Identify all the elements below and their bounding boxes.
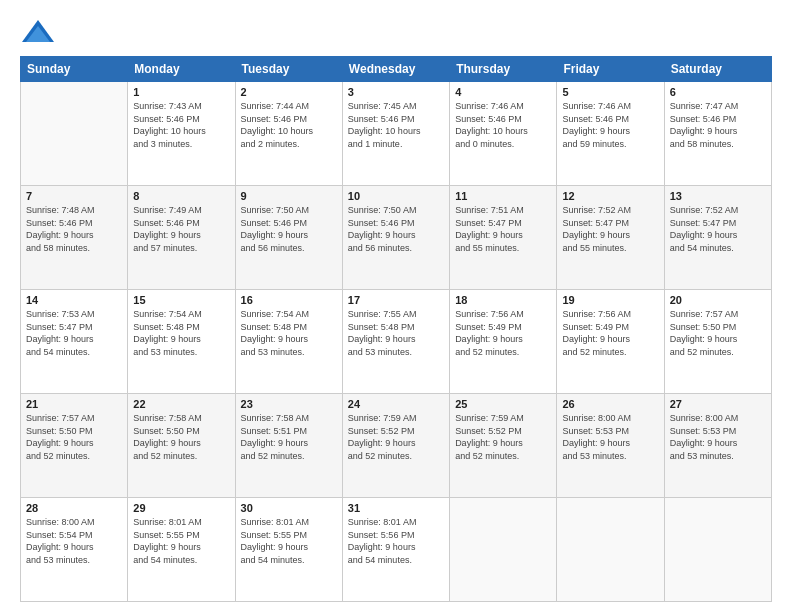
day-info: Sunrise: 7:54 AM Sunset: 5:48 PM Dayligh… <box>241 308 337 358</box>
day-number: 31 <box>348 502 444 514</box>
day-number: 26 <box>562 398 658 410</box>
calendar-cell: 17Sunrise: 7:55 AM Sunset: 5:48 PM Dayli… <box>342 290 449 394</box>
calendar-week-row: 28Sunrise: 8:00 AM Sunset: 5:54 PM Dayli… <box>21 498 772 602</box>
day-info: Sunrise: 7:44 AM Sunset: 5:46 PM Dayligh… <box>241 100 337 150</box>
day-info: Sunrise: 7:54 AM Sunset: 5:48 PM Dayligh… <box>133 308 229 358</box>
day-number: 18 <box>455 294 551 306</box>
day-number: 4 <box>455 86 551 98</box>
day-info: Sunrise: 7:59 AM Sunset: 5:52 PM Dayligh… <box>455 412 551 462</box>
calendar-cell: 8Sunrise: 7:49 AM Sunset: 5:46 PM Daylig… <box>128 186 235 290</box>
calendar-cell <box>450 498 557 602</box>
calendar-cell: 6Sunrise: 7:47 AM Sunset: 5:46 PM Daylig… <box>664 82 771 186</box>
calendar-cell: 23Sunrise: 7:58 AM Sunset: 5:51 PM Dayli… <box>235 394 342 498</box>
calendar-cell: 7Sunrise: 7:48 AM Sunset: 5:46 PM Daylig… <box>21 186 128 290</box>
day-info: Sunrise: 7:46 AM Sunset: 5:46 PM Dayligh… <box>562 100 658 150</box>
day-info: Sunrise: 8:00 AM Sunset: 5:54 PM Dayligh… <box>26 516 122 566</box>
day-number: 9 <box>241 190 337 202</box>
day-info: Sunrise: 7:56 AM Sunset: 5:49 PM Dayligh… <box>562 308 658 358</box>
col-header-tuesday: Tuesday <box>235 57 342 82</box>
day-info: Sunrise: 7:57 AM Sunset: 5:50 PM Dayligh… <box>670 308 766 358</box>
day-info: Sunrise: 7:46 AM Sunset: 5:46 PM Dayligh… <box>455 100 551 150</box>
calendar-week-row: 7Sunrise: 7:48 AM Sunset: 5:46 PM Daylig… <box>21 186 772 290</box>
day-info: Sunrise: 7:51 AM Sunset: 5:47 PM Dayligh… <box>455 204 551 254</box>
day-info: Sunrise: 7:47 AM Sunset: 5:46 PM Dayligh… <box>670 100 766 150</box>
day-number: 28 <box>26 502 122 514</box>
day-number: 8 <box>133 190 229 202</box>
calendar-cell: 2Sunrise: 7:44 AM Sunset: 5:46 PM Daylig… <box>235 82 342 186</box>
day-number: 21 <box>26 398 122 410</box>
calendar-cell: 19Sunrise: 7:56 AM Sunset: 5:49 PM Dayli… <box>557 290 664 394</box>
day-info: Sunrise: 7:50 AM Sunset: 5:46 PM Dayligh… <box>241 204 337 254</box>
calendar-week-row: 21Sunrise: 7:57 AM Sunset: 5:50 PM Dayli… <box>21 394 772 498</box>
day-number: 12 <box>562 190 658 202</box>
day-number: 19 <box>562 294 658 306</box>
day-info: Sunrise: 8:01 AM Sunset: 5:55 PM Dayligh… <box>241 516 337 566</box>
day-info: Sunrise: 7:53 AM Sunset: 5:47 PM Dayligh… <box>26 308 122 358</box>
calendar-cell: 28Sunrise: 8:00 AM Sunset: 5:54 PM Dayli… <box>21 498 128 602</box>
day-number: 2 <box>241 86 337 98</box>
day-info: Sunrise: 7:55 AM Sunset: 5:48 PM Dayligh… <box>348 308 444 358</box>
calendar-cell: 22Sunrise: 7:58 AM Sunset: 5:50 PM Dayli… <box>128 394 235 498</box>
day-info: Sunrise: 8:01 AM Sunset: 5:55 PM Dayligh… <box>133 516 229 566</box>
calendar-cell: 27Sunrise: 8:00 AM Sunset: 5:53 PM Dayli… <box>664 394 771 498</box>
calendar-cell: 13Sunrise: 7:52 AM Sunset: 5:47 PM Dayli… <box>664 186 771 290</box>
day-info: Sunrise: 8:00 AM Sunset: 5:53 PM Dayligh… <box>562 412 658 462</box>
day-info: Sunrise: 7:48 AM Sunset: 5:46 PM Dayligh… <box>26 204 122 254</box>
calendar-cell: 20Sunrise: 7:57 AM Sunset: 5:50 PM Dayli… <box>664 290 771 394</box>
calendar-header-row: SundayMondayTuesdayWednesdayThursdayFrid… <box>21 57 772 82</box>
day-number: 30 <box>241 502 337 514</box>
day-number: 14 <box>26 294 122 306</box>
day-number: 29 <box>133 502 229 514</box>
calendar-cell <box>557 498 664 602</box>
calendar-cell: 21Sunrise: 7:57 AM Sunset: 5:50 PM Dayli… <box>21 394 128 498</box>
logo <box>20 18 60 46</box>
calendar-cell: 31Sunrise: 8:01 AM Sunset: 5:56 PM Dayli… <box>342 498 449 602</box>
col-header-monday: Monday <box>128 57 235 82</box>
calendar-cell: 5Sunrise: 7:46 AM Sunset: 5:46 PM Daylig… <box>557 82 664 186</box>
day-number: 22 <box>133 398 229 410</box>
calendar-table: SundayMondayTuesdayWednesdayThursdayFrid… <box>20 56 772 602</box>
col-header-thursday: Thursday <box>450 57 557 82</box>
day-number: 10 <box>348 190 444 202</box>
calendar-cell: 30Sunrise: 8:01 AM Sunset: 5:55 PM Dayli… <box>235 498 342 602</box>
day-number: 20 <box>670 294 766 306</box>
calendar-cell: 25Sunrise: 7:59 AM Sunset: 5:52 PM Dayli… <box>450 394 557 498</box>
calendar-cell: 16Sunrise: 7:54 AM Sunset: 5:48 PM Dayli… <box>235 290 342 394</box>
day-info: Sunrise: 8:00 AM Sunset: 5:53 PM Dayligh… <box>670 412 766 462</box>
day-info: Sunrise: 7:58 AM Sunset: 5:50 PM Dayligh… <box>133 412 229 462</box>
day-number: 5 <box>562 86 658 98</box>
calendar-cell: 18Sunrise: 7:56 AM Sunset: 5:49 PM Dayli… <box>450 290 557 394</box>
day-number: 24 <box>348 398 444 410</box>
day-info: Sunrise: 7:43 AM Sunset: 5:46 PM Dayligh… <box>133 100 229 150</box>
day-number: 13 <box>670 190 766 202</box>
calendar-cell: 11Sunrise: 7:51 AM Sunset: 5:47 PM Dayli… <box>450 186 557 290</box>
calendar-cell: 12Sunrise: 7:52 AM Sunset: 5:47 PM Dayli… <box>557 186 664 290</box>
calendar-cell: 3Sunrise: 7:45 AM Sunset: 5:46 PM Daylig… <box>342 82 449 186</box>
calendar-cell: 15Sunrise: 7:54 AM Sunset: 5:48 PM Dayli… <box>128 290 235 394</box>
day-info: Sunrise: 7:57 AM Sunset: 5:50 PM Dayligh… <box>26 412 122 462</box>
calendar-cell: 26Sunrise: 8:00 AM Sunset: 5:53 PM Dayli… <box>557 394 664 498</box>
day-number: 25 <box>455 398 551 410</box>
day-number: 3 <box>348 86 444 98</box>
day-number: 15 <box>133 294 229 306</box>
calendar-cell: 1Sunrise: 7:43 AM Sunset: 5:46 PM Daylig… <box>128 82 235 186</box>
day-number: 1 <box>133 86 229 98</box>
day-number: 23 <box>241 398 337 410</box>
col-header-sunday: Sunday <box>21 57 128 82</box>
day-info: Sunrise: 7:59 AM Sunset: 5:52 PM Dayligh… <box>348 412 444 462</box>
day-number: 27 <box>670 398 766 410</box>
day-number: 11 <box>455 190 551 202</box>
day-info: Sunrise: 7:58 AM Sunset: 5:51 PM Dayligh… <box>241 412 337 462</box>
calendar-cell: 14Sunrise: 7:53 AM Sunset: 5:47 PM Dayli… <box>21 290 128 394</box>
col-header-friday: Friday <box>557 57 664 82</box>
day-number: 17 <box>348 294 444 306</box>
calendar-cell <box>21 82 128 186</box>
day-info: Sunrise: 7:52 AM Sunset: 5:47 PM Dayligh… <box>562 204 658 254</box>
header <box>20 18 772 46</box>
day-number: 16 <box>241 294 337 306</box>
calendar-week-row: 1Sunrise: 7:43 AM Sunset: 5:46 PM Daylig… <box>21 82 772 186</box>
calendar-cell: 9Sunrise: 7:50 AM Sunset: 5:46 PM Daylig… <box>235 186 342 290</box>
day-number: 6 <box>670 86 766 98</box>
day-number: 7 <box>26 190 122 202</box>
calendar-week-row: 14Sunrise: 7:53 AM Sunset: 5:47 PM Dayli… <box>21 290 772 394</box>
